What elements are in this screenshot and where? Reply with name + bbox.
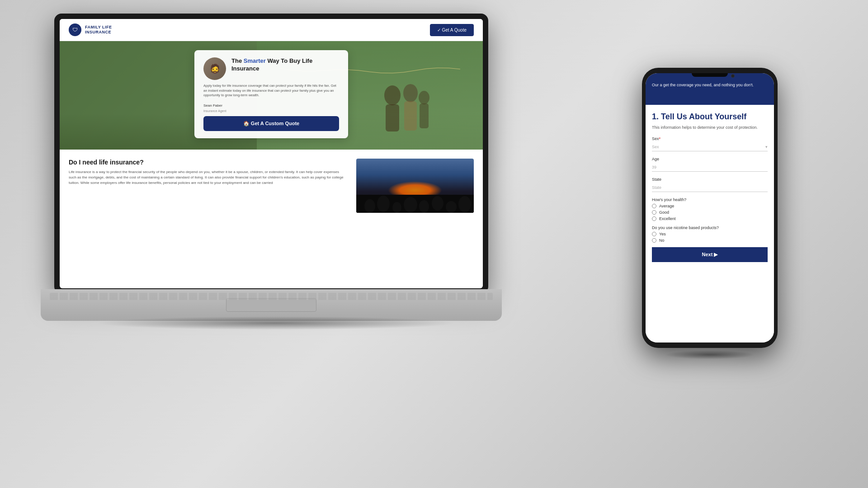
health-good[interactable]: Good — [652, 210, 768, 215]
site-logo: 🛡 FAMILY LIFE INSURANCE — [69, 23, 112, 36]
sex-select[interactable]: Sex ▾ — [652, 143, 768, 151]
laptop-device: 🛡 FAMILY LIFE INSURANCE ✓ Get A Quote — [54, 14, 497, 321]
svg-point-3 — [403, 84, 418, 102]
laptop-bezel: 🛡 FAMILY LIFE INSURANCE ✓ Get A Quote — [54, 14, 488, 294]
site-navigation: 🛡 FAMILY LIFE INSURANCE ✓ Get A Quote — [60, 19, 483, 41]
phone-bezel: Our a get the coverage you need, and not… — [642, 68, 778, 348]
form-subtitle: This information helps to determine your… — [652, 125, 768, 131]
laptop-screen: 🛡 FAMILY LIFE INSURANCE ✓ Get A Quote — [60, 19, 483, 288]
nav-quote-button[interactable]: ✓ Get A Quote — [430, 24, 474, 36]
nicotine-field-group: Do you use nicotine based products? Yes … — [652, 225, 768, 243]
health-average[interactable]: Average — [652, 204, 768, 208]
laptop-shadow — [95, 316, 457, 330]
svg-point-5 — [419, 91, 429, 104]
logo-text: FAMILY LIFE INSURANCE — [85, 25, 112, 35]
nicotine-no[interactable]: No — [652, 238, 768, 243]
logo-icon: 🛡 — [69, 23, 81, 36]
content-body: Life insurance is a way to protect the f… — [69, 169, 347, 186]
content-image — [356, 159, 474, 213]
health-label: How's your health? — [652, 197, 768, 202]
radio-icon — [652, 216, 656, 221]
content-heading: Do I need life insurance? — [69, 159, 347, 166]
age-field-group: Age 39 — [652, 157, 768, 172]
agent-section: 🧔 The Smarter Way To Buy Life Insurance — [203, 57, 339, 80]
agent-avatar: 🧔 — [203, 57, 226, 80]
health-field-group: How's your health? Average Good Excel — [652, 197, 768, 221]
chevron-down-icon: ▾ — [765, 145, 768, 149]
phone-form: 1. Tell Us About Yourself This informati… — [646, 105, 774, 343]
nicotine-yes[interactable]: Yes — [652, 232, 768, 236]
svg-rect-4 — [404, 101, 417, 131]
phone-camera — [731, 74, 735, 78]
age-input[interactable]: 39 — [652, 163, 768, 172]
agent-title: Insurance Agent — [203, 109, 226, 113]
laptop-keyboard — [50, 293, 493, 300]
state-input[interactable]: State — [652, 183, 768, 192]
nicotine-radio-group: Yes No — [652, 232, 768, 243]
state-field-group: State State — [652, 177, 768, 192]
svg-rect-6 — [420, 103, 429, 128]
svg-point-10 — [392, 202, 401, 213]
radio-icon — [652, 204, 656, 208]
phone-notch — [692, 73, 728, 77]
radio-icon — [652, 210, 656, 215]
content-text: Do I need life insurance? Life insurance… — [69, 159, 356, 213]
health-excellent[interactable]: Excellent — [652, 216, 768, 221]
hero-card: 🧔 The Smarter Way To Buy Life Insurance … — [194, 50, 348, 138]
phone-banner-text: Our a get the coverage you need, and not… — [652, 83, 754, 87]
radio-icon — [652, 232, 656, 236]
hero-body-text: Apply today for life insurance coverage … — [203, 84, 339, 98]
svg-point-8 — [364, 199, 375, 213]
phone-banner: Our a get the coverage you need, and not… — [646, 73, 774, 105]
svg-point-14 — [446, 201, 457, 213]
hero-cta-button[interactable]: 🏠 Get A Custom Quote — [203, 116, 339, 131]
next-button[interactable]: Next ▶ — [652, 247, 768, 262]
hero-section: 🧔 The Smarter Way To Buy Life Insurance … — [60, 41, 483, 150]
health-radio-group: Average Good Excellent — [652, 204, 768, 221]
age-label: Age — [652, 157, 768, 161]
svg-point-15 — [458, 196, 471, 212]
silhouettes-svg — [356, 195, 474, 213]
radio-icon — [652, 238, 656, 243]
svg-rect-2 — [386, 104, 399, 131]
content-section: Do I need life insurance? Life insurance… — [60, 150, 483, 222]
svg-point-9 — [377, 196, 390, 212]
sex-label: Sex* — [652, 136, 768, 141]
agent-info: The Smarter Way To Buy Life Insurance — [231, 57, 339, 73]
hero-headline: The Smarter Way To Buy Life Insurance — [231, 57, 339, 73]
sunset-silhouettes — [356, 195, 474, 213]
form-title: 1. Tell Us About Yourself — [652, 112, 768, 122]
agent-name: Sean Faber — [203, 103, 222, 108]
phone-screen: Our a get the coverage you need, and not… — [646, 73, 774, 343]
nicotine-label: Do you use nicotine based products? — [652, 225, 768, 230]
laptop-trackpad — [226, 298, 316, 312]
svg-point-1 — [384, 85, 401, 105]
phone-device: Our a get the coverage you need, and not… — [642, 68, 778, 348]
sex-field-group: Sex* Sex ▾ — [652, 136, 768, 151]
phone-shadow — [665, 350, 755, 359]
svg-point-12 — [419, 200, 429, 213]
state-label: State — [652, 177, 768, 182]
svg-point-11 — [404, 197, 417, 212]
svg-point-13 — [432, 196, 443, 211]
